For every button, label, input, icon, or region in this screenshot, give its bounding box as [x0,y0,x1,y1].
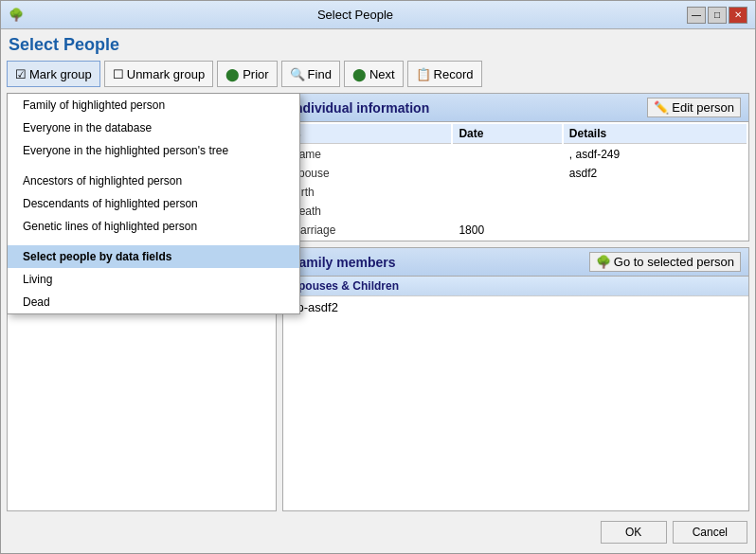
info-panel-title: Individual information [291,100,429,116]
record-label: Record [434,67,474,81]
right-pane: Individual information ✏️ Edit person ts… [282,93,749,511]
family-panel-header: Family members 🌳 Go to selected person [283,248,748,277]
main-window: 🌳 Select People — □ ✕ Select People ☑ Ma… [0,0,756,554]
dropdown-item-data-fields[interactable]: Select people by data fields [8,245,299,268]
window-title: Select People [24,8,687,22]
dropdown-item-everyone-database[interactable]: Everyone in the database [8,116,299,139]
goto-btn-label: Go to selected person [614,255,734,269]
info-row-details: asdf2 [564,165,747,182]
prior-icon: ⬤ [225,67,240,81]
next-icon: ⬤ [352,67,367,81]
maximize-button[interactable]: □ [708,7,727,24]
info-row-details [564,203,747,220]
info-row-date [453,165,561,182]
goto-selected-person-button[interactable]: 🌳 Go to selected person [589,252,741,272]
table-row: Death [285,203,747,220]
col-details: Details [564,124,747,144]
ok-button[interactable]: OK [601,521,667,544]
family-panel: Family members 🌳 Go to selected person S… [282,247,749,511]
window-controls: — □ ✕ [687,7,747,24]
dropdown-item-dead[interactable]: Dead [8,291,299,313]
next-label: Next [369,67,395,81]
col-ts: ts [285,124,451,144]
title-bar: 🌳 Select People — □ ✕ [1,1,755,29]
dropdown-item-family-highlighted[interactable]: Family of highlighted person [8,94,299,116]
info-row-label: Marriage [285,222,451,239]
info-row-label: Spouse [285,165,451,182]
main-area: GYLDENLOVE, Jensine ...18311909HALL, Ann… [7,93,749,511]
prior-label: Prior [243,67,268,81]
bottom-bar: OK Cancel [7,517,749,547]
mark-group-check-icon: ☑ [15,67,27,81]
info-row-details [564,222,747,239]
individual-info-panel: Individual information ✏️ Edit person ts… [282,93,749,241]
info-table-body: Name, asdf-249Spouseasdf2BirthDeathMarri… [285,146,747,239]
dropdown-item-living[interactable]: Living [8,268,299,291]
record-button[interactable]: 📋 Record [407,61,482,87]
unmark-group-button[interactable]: ☐ Unmark group [104,61,213,87]
info-table: ts Date Details Name, asdf-249Spouseasdf… [283,122,748,241]
unmark-group-label: Unmark group [127,67,205,81]
info-row-date [453,146,561,163]
dropdown-item-descendants[interactable]: Descendants of highlighted person [8,192,299,215]
minimize-button[interactable]: — [687,7,706,24]
info-row-label: Death [285,203,451,220]
dropdown-item-ancestors[interactable]: Ancestors of highlighted person [8,170,299,192]
page-title: Select People [7,35,749,55]
dropdown-separator-1 [8,162,299,170]
info-row-date [453,203,561,220]
edit-icon: ✏️ [654,100,669,115]
col-date: Date [453,124,561,144]
edit-btn-label: Edit person [672,100,734,115]
mark-group-button[interactable]: ☑ Mark group [7,61,100,87]
spouses-children-header: Spouses & Children [283,277,748,296]
edit-person-button[interactable]: ✏️ Edit person [647,98,741,117]
table-row: Marriage1800 [285,222,747,239]
family-content: sp-asdf2 [283,296,748,318]
table-row: Name, asdf-249 [285,146,747,163]
info-row-label: Name [285,146,451,163]
goto-icon: 🌳 [596,255,611,269]
info-row-date: 1800 [453,222,561,239]
unmark-group-check-icon: ☐ [113,67,124,81]
close-button[interactable]: ✕ [729,7,747,24]
info-panel-header: Individual information ✏️ Edit person [283,94,748,122]
cancel-button[interactable]: Cancel [673,521,747,544]
next-button[interactable]: ⬤ Next [344,61,404,87]
spouse-item: sp-asdf2 [291,300,741,314]
dropdown-separator-2 [8,238,299,245]
info-row-details [564,184,747,201]
toolbar: ☑ Mark group ☐ Unmark group ⬤ Prior 🔍 Fi… [7,61,749,87]
table-row: Birth [285,184,747,201]
find-icon: 🔍 [290,67,305,81]
mark-group-label: Mark group [29,67,92,81]
find-label: Find [308,67,332,81]
record-icon: 📋 [416,67,431,81]
find-button[interactable]: 🔍 Find [281,61,340,87]
family-panel-title: Family members [291,255,396,270]
dropdown-menu: Family of highlighted person Everyone in… [7,93,300,314]
window-content: Select People ☑ Mark group ☐ Unmark grou… [1,29,755,553]
info-row-label: Birth [285,184,451,201]
prior-button[interactable]: ⬤ Prior [217,61,277,87]
app-icon: 🌳 [9,8,24,23]
table-row: Spouseasdf2 [285,165,747,182]
info-row-details: , asdf-249 [564,146,747,163]
dropdown-item-genetic[interactable]: Genetic lines of highlighted person [8,215,299,238]
dropdown-item-everyone-tree[interactable]: Everyone in the highlighted person's tre… [8,139,299,162]
info-row-date [453,184,561,201]
